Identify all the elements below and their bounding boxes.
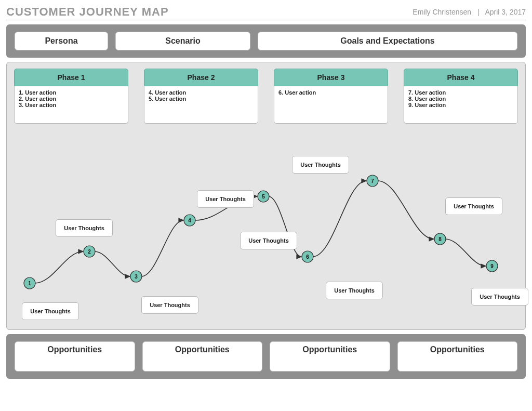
- phase-3-title[interactable]: Phase 3: [274, 69, 388, 86]
- user-thoughts-2[interactable]: User Thoughts: [56, 219, 113, 237]
- phase-1: Phase 1 1. User action 2. User action 3.…: [14, 69, 128, 124]
- journey-node-label-9: 9: [490, 263, 494, 269]
- curve-segment: [445, 239, 486, 266]
- journey-node-label-4: 4: [188, 218, 191, 223]
- curve-segment: [141, 220, 183, 276]
- journey-canvas: Phase 1 1. User action 2. User action 3.…: [6, 62, 526, 330]
- header: CUSTOMER JOURNEY MAP Emily Christensen |…: [6, 5, 526, 20]
- emotion-curve: 123456789 User ThoughtsUser ThoughtsUser…: [14, 136, 518, 323]
- author: Emily Christensen: [413, 8, 471, 16]
- phase-2-title[interactable]: Phase 2: [144, 69, 258, 86]
- phase-2-actions[interactable]: 4. User action 5. User action: [144, 86, 258, 124]
- opportunities-2[interactable]: Opportunities: [142, 341, 263, 372]
- persona-card[interactable]: Persona: [15, 32, 108, 50]
- user-thoughts-4[interactable]: User Thoughts: [197, 190, 254, 208]
- user-thoughts-9[interactable]: User Thoughts: [471, 288, 528, 306]
- opportunities-4[interactable]: Opportunities: [397, 341, 518, 372]
- scenario-card[interactable]: Scenario: [115, 32, 250, 50]
- bottom-band: Opportunities Opportunities Opportunitie…: [6, 334, 526, 379]
- phase-3: Phase 3 6. User action: [274, 69, 388, 124]
- curve-segment: [35, 251, 83, 283]
- journey-node-label-5: 5: [262, 194, 265, 200]
- goals-card[interactable]: Goals and Expectations: [258, 32, 517, 50]
- phase-4-title[interactable]: Phase 4: [404, 69, 518, 86]
- date: April 3, 2017: [485, 8, 526, 16]
- phase-2: Phase 2 4. User action 5. User action: [144, 69, 258, 124]
- header-meta: Emily Christensen | April 3, 2017: [413, 8, 526, 16]
- page-title: CUSTOMER JOURNEY MAP: [6, 5, 169, 19]
- journey-node-label-6: 6: [306, 254, 309, 260]
- curve-segment: [95, 251, 130, 276]
- opportunities-1[interactable]: Opportunities: [15, 341, 135, 372]
- phase-4: Phase 4 7. User action 8. User action 9.…: [404, 69, 518, 124]
- user-thoughts-8[interactable]: User Thoughts: [445, 197, 502, 215]
- journey-node-label-8: 8: [438, 236, 442, 242]
- journey-node-label-7: 7: [371, 178, 374, 184]
- phase-3-actions[interactable]: 6. User action: [274, 86, 388, 124]
- user-thoughts-6[interactable]: User Thoughts: [292, 156, 349, 174]
- journey-node-label-3: 3: [135, 274, 138, 280]
- phase-4-actions[interactable]: 7. User action 8. User action 9. User ac…: [404, 86, 518, 124]
- phase-1-title[interactable]: Phase 1: [14, 69, 128, 86]
- top-band: Persona Scenario Goals and Expectations: [6, 24, 526, 58]
- user-thoughts-1[interactable]: User Thoughts: [22, 302, 79, 320]
- journey-node-label-2: 2: [88, 249, 91, 255]
- user-thoughts-7[interactable]: User Thoughts: [326, 282, 383, 299]
- curve-segment: [313, 181, 366, 257]
- user-thoughts-3[interactable]: User Thoughts: [141, 296, 198, 314]
- opportunities-3[interactable]: Opportunities: [270, 341, 390, 372]
- phase-row: Phase 1 1. User action 2. User action 3.…: [14, 69, 518, 124]
- curve-segment: [378, 181, 434, 239]
- separator: |: [477, 8, 480, 16]
- user-thoughts-5[interactable]: User Thoughts: [240, 232, 297, 249]
- journey-node-label-1: 1: [28, 281, 31, 286]
- phase-1-actions[interactable]: 1. User action 2. User action 3. User ac…: [14, 86, 128, 124]
